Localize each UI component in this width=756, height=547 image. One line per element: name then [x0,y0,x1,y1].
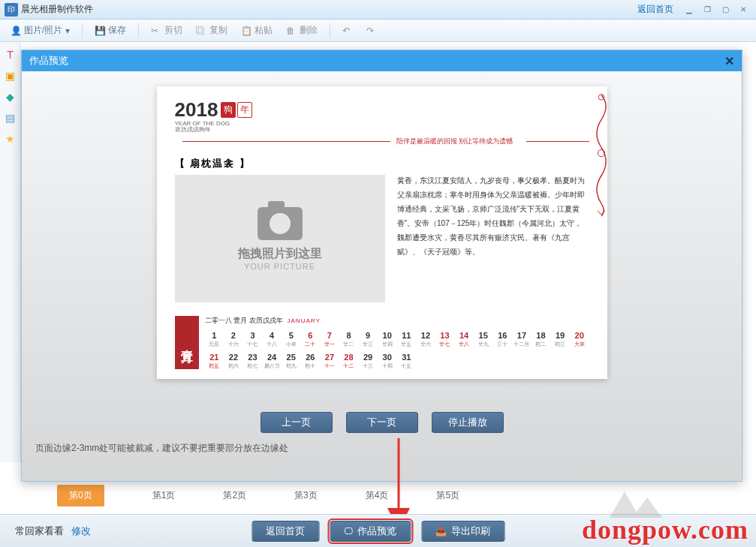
photo-placeholder-en: YOUR PICTURE [244,262,315,271]
day-cell [416,349,435,369]
export-icon: 📤 [435,526,447,536]
save-label: 保存 [108,24,126,37]
scissors-icon: ✂ [151,26,161,36]
cal-header-cn: 二零一八 壹月 农历戊戌年 [205,316,283,326]
app-title: 晨光相册制作软件 [21,3,93,16]
day-cell: 5小寒 [282,327,301,347]
camera-icon [258,207,303,240]
paste-icon: 📋 [241,26,251,36]
day-cell [512,349,532,369]
export-print-button[interactable]: 📤导出印刷 [421,521,505,542]
day-cell: 19初三 [550,327,570,347]
cut-button[interactable]: ✂剪切 [146,23,187,38]
delete-button[interactable]: 🗑删除 [282,23,322,38]
day-cell [474,349,493,369]
day-cell: 25初九 [282,349,301,369]
thumb-page-2[interactable]: 第2页 [223,489,246,502]
year-number: 2018 [175,98,218,122]
story-text: 黄香，东汉江夏安陆人，九岁丧母，事父极孝。酷夏时为父亲扇凉枕席；寒冬时用身体为父… [397,157,589,302]
zodiac-badge: 狗 年 [221,102,252,118]
layer-tool-icon[interactable]: ▤ [4,111,17,125]
ornament-icon [591,91,612,218]
preview-button[interactable]: 🖵作品预览 [330,521,411,542]
restore-button[interactable]: ❐ [699,4,715,16]
day-cell: 15廿九 [474,327,493,347]
month-block: 壹月 [175,316,199,369]
calendar-card: 2018 狗 年 YEAR OF THE DOG 农历戊戌狗年 陪伴是最温暖的回… [157,86,607,379]
chevron-down-icon: ▾ [65,26,70,36]
modal-title: 作品预览 [29,54,68,68]
day-cell: 3十七 [243,327,263,347]
modal-body: 2018 狗 年 YEAR OF THE DOG 农历戊戌狗年 陪伴是最温暖的回… [22,71,742,481]
day-cell: 21初五 [205,349,224,369]
day-cell: 26初十 [301,349,321,369]
undo-icon: ↶ [342,26,353,36]
day-cell [454,349,474,369]
maximize-button[interactable]: ▢ [717,4,733,16]
monitor-icon: 🖵 [344,526,353,536]
day-cell: 1元旦 [205,327,224,347]
save-icon: 💾 [95,26,105,36]
close-window-button[interactable]: ✕ [735,4,751,16]
save-button[interactable]: 💾 保存 [90,23,131,38]
thumb-page-0[interactable]: 第0页 [57,485,104,506]
cal-header-en: JANUARY [288,317,321,324]
photos-tab[interactable]: 👤 图片/照片 ▾ [6,23,74,38]
day-cell: 23初七 [243,349,263,369]
edit-link[interactable]: 修改 [71,525,91,536]
shape-tool-icon[interactable]: ◆ [4,90,17,104]
day-cell: 31十五 [397,349,417,369]
home-link[interactable]: 返回首页 [637,3,673,16]
trash-icon: 🗑 [286,26,297,36]
calendar-grid: 二零一八 壹月 农历戊戌年 JANUARY 1元旦2十六3十七4十八5小寒6二十… [205,316,589,369]
photo-placeholder-cn: 拖拽照片到这里 [238,246,322,262]
day-cell: 4十八 [262,327,282,347]
day-cell: 9廿三 [358,327,378,347]
left-rail: T ▣ ◆ ▤ ★ [0,42,21,462]
modal-close-button[interactable]: ✕ [724,54,734,68]
day-cell: 6二十 [301,327,321,347]
redo-icon: ↷ [366,26,377,36]
paste-button[interactable]: 📋粘贴 [236,23,277,38]
copy-button[interactable]: ⿻复制 [191,23,232,38]
thumb-page-4[interactable]: 第4页 [366,489,389,502]
image-tool-icon[interactable]: ▣ [4,69,17,83]
prev-page-button[interactable]: 上一页 [261,412,333,433]
day-cell: 17十二月 [512,327,532,347]
day-cell: 24腊八节 [262,349,282,369]
day-cell: 7廿一 [320,327,339,347]
preview-modal: 作品预览 ✕ 2018 狗 年 YEAR OF THE DOG 农历戊戌狗年 [21,50,742,482]
main-toolbar: 👤 图片/照片 ▾ 💾 保存 ✂剪切 ⿻复制 📋粘贴 🗑删除 ↶ ↷ [0,20,756,42]
day-cell: 18初二 [532,327,551,347]
day-cell: 10廿四 [378,327,397,347]
star-tool-icon[interactable]: ★ [4,132,17,146]
next-page-button[interactable]: 下一页 [346,412,418,433]
day-cell: 14廿八 [454,327,474,347]
thumb-page-5[interactable]: 第5页 [436,489,459,502]
thumb-page-1[interactable]: 第1页 [152,489,176,502]
stop-play-button[interactable]: 停止播放 [432,412,504,433]
day-cell [435,349,455,369]
app-icon: 印 [5,3,18,17]
back-home-button[interactable]: 返回首页 [251,521,319,542]
day-cell: 30十四 [378,349,397,369]
day-cell: 27十一 [320,349,339,369]
day-cell: 28十二 [339,349,359,369]
copy-icon: ⿻ [196,26,206,36]
day-cell [493,349,513,369]
thumb-page-3[interactable]: 第3页 [294,489,318,502]
redo-button[interactable]: ↷ [362,24,381,38]
day-cell [570,349,589,369]
day-cell: 2十六 [224,327,243,347]
day-cell: 16三十 [493,327,513,347]
undo-button[interactable]: ↶ [338,24,357,38]
minimize-button[interactable]: ▁ [681,4,697,16]
watermark-text: dongpow.com [582,514,748,545]
go-home-text: 常回家看看 [15,525,64,536]
titlebar: 印 晨光相册制作软件 返回首页 ▁ ❐ ▢ ✕ [0,0,756,20]
user-icon: 👤 [11,26,21,36]
text-tool-icon[interactable]: T [4,48,17,62]
day-cell: 29十三 [358,349,378,369]
slogan-text: 陪伴是最温暖的回报 别让等待成为遗憾 [396,137,514,146]
photo-drop-area[interactable]: 拖拽照片到这里 YOUR PICTURE [175,175,385,302]
